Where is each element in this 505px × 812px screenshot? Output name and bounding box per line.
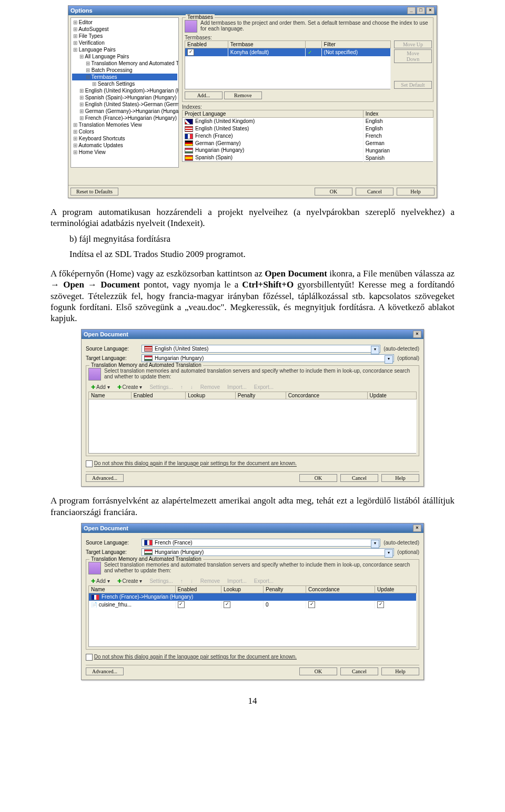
ok-button[interactable]: OK [299, 474, 337, 482]
table-row[interactable]: Spanish (Spain)Spanish [183, 154, 433, 161]
tm-toolbar: ✚ Add ▾✚ Create ▾Settings...↑↓RemoveImpo… [88, 383, 417, 392]
toolbar-button[interactable]: Export... [252, 578, 275, 584]
tm-table[interactable]: NameEnabledLookupPenaltyConcordanceUpdat… [88, 392, 417, 454]
noshow-checkbox[interactable] [86, 654, 93, 661]
tree-item[interactable]: ⊞ Language Pairs [72, 46, 177, 53]
options-tree[interactable]: ⊞ Editor⊞ AutoSuggest⊞ File Types⊞ Verif… [70, 17, 179, 168]
tm-toolbar: ✚ Add ▾✚ Create ▾Settings...↑↓RemoveImpo… [88, 577, 417, 585]
toolbar-button[interactable]: ↑ [179, 578, 185, 584]
tree-item[interactable]: ⊞ German (Germany)->Hungarian (Hungary) [72, 108, 177, 115]
toolbar-button[interactable]: Remove [199, 384, 221, 390]
target-label: Target Language: [86, 355, 138, 361]
toolbar-button[interactable]: Import... [226, 578, 248, 584]
noshow-checkbox[interactable] [86, 460, 93, 467]
tree-item[interactable]: ⊞ Translation Memories View [72, 121, 177, 128]
cancel-button[interactable]: Cancel [356, 188, 393, 196]
tree-item[interactable]: ⊞ Search Settings [72, 80, 177, 87]
indexes-label: Indexes: [182, 104, 433, 110]
ok-button[interactable]: OK [315, 188, 352, 196]
source-language-select[interactable]: French (France)▾ [142, 539, 380, 547]
tm-icon [88, 368, 101, 381]
hint-text: Add termbases to the project and order t… [200, 20, 431, 32]
close-icon[interactable]: × [413, 331, 421, 338]
source-hint: (auto-detected) [383, 346, 419, 352]
enabled-checkbox[interactable] [187, 49, 194, 56]
chevron-down-icon: ▾ [371, 540, 379, 548]
minimize-icon[interactable]: _ [407, 7, 416, 14]
table-row[interactable]: Hungarian (Hungary)Hungarian [183, 147, 433, 154]
tree-item[interactable]: ⊞ Colors [72, 128, 177, 135]
tm-icon [88, 562, 101, 574]
toolbar-button[interactable]: Remove [199, 578, 221, 584]
ok-button[interactable]: OK [299, 667, 337, 675]
target-hint: (optional) [397, 355, 419, 361]
tree-item[interactable]: ⊞ Termbases [72, 74, 177, 80]
tree-item[interactable]: ⊞ Editor [72, 19, 177, 26]
paragraph-2b: Indítsa el az SDL Trados Studio 2009 pro… [69, 249, 454, 260]
chevron-down-icon: ▾ [385, 549, 393, 558]
toolbar-button[interactable]: ✚ Add ▾ [89, 578, 112, 584]
target-language-select[interactable]: Hungarian (Hungary)▾ [142, 548, 394, 556]
tree-item[interactable]: ⊞ English (United States)->German (Germa… [72, 101, 177, 108]
termbases-table[interactable]: EnabledTermbaseFilter Konyha (default)✓(… [185, 40, 391, 89]
advanced-button[interactable]: Advanced... [86, 667, 124, 675]
toolbar-button[interactable]: Settings... [148, 384, 174, 390]
close-icon[interactable]: × [413, 525, 421, 532]
indexes-table[interactable]: Project LanguageIndexEnglish (United Kin… [182, 110, 433, 162]
toolbar-button[interactable]: Export... [252, 384, 275, 390]
toolbar-button[interactable]: ✚ Add ▾ [89, 384, 112, 390]
help-button[interactable]: Help [397, 188, 435, 196]
source-language-select[interactable]: English (United States)▾ [142, 345, 380, 353]
table-row[interactable]: French (France)French [183, 132, 433, 140]
paragraph-4: A program forrásnyelvként az alapértelme… [50, 495, 454, 518]
maximize-icon[interactable]: □ [417, 7, 425, 14]
toolbar-button[interactable]: Import... [226, 384, 248, 390]
toolbar-button[interactable]: ✚ Create ▾ [116, 384, 144, 390]
source-label: Source Language: [86, 346, 138, 352]
help-button[interactable]: Help [381, 474, 419, 482]
tree-item[interactable]: ⊞ English (United Kingdom)->Hungarian (H… [72, 87, 177, 94]
open-document-dialog-1: Open Document × Source Language: English… [81, 329, 424, 487]
page-number: 14 [0, 696, 505, 706]
paragraph-1: A program automatikusan hozzárendeli a p… [50, 207, 454, 229]
table-row[interactable]: English (United Kingdom)English [183, 118, 433, 125]
tree-item[interactable]: ⊞ Home View [72, 149, 177, 156]
tree-item[interactable]: ⊞ Batch Processing [72, 67, 177, 74]
move-up-button[interactable]: Move Up [394, 40, 432, 48]
tree-item[interactable]: ⊞ French (France)->Hungarian (Hungary) [72, 115, 177, 121]
tree-item[interactable]: ⊞ All Language Pairs [72, 53, 177, 60]
tree-item[interactable]: ⊞ Keyboard Shortcuts [72, 135, 177, 142]
titlebar[interactable]: Options _ □ × [68, 6, 437, 15]
set-default-button[interactable]: Set Default [394, 81, 432, 89]
cancel-button[interactable]: Cancel [340, 667, 378, 675]
table-row[interactable]: German (Germany)German [183, 140, 433, 147]
remove-button[interactable]: Remove [224, 91, 262, 99]
reset-button[interactable]: Reset to Defaults [70, 188, 118, 196]
close-icon[interactable]: × [426, 7, 435, 14]
toolbar-button[interactable]: ↑ [179, 384, 185, 390]
tree-item[interactable]: ⊞ Verification [72, 39, 177, 46]
title: Options [70, 7, 93, 14]
toolbar-button[interactable]: ✚ Create ▾ [116, 578, 144, 584]
cancel-button[interactable]: Cancel [340, 474, 378, 482]
tm-table[interactable]: NameEnabledLookupPenaltyConcordanceUpdat… [88, 585, 417, 647]
paragraph-3: A főképernyőn (Home) vagy az eszközsorba… [50, 268, 454, 324]
tree-item[interactable]: ⊞ File Types [72, 33, 177, 39]
add-button[interactable]: Add... [185, 91, 223, 99]
toolbar-button[interactable]: Settings... [148, 578, 174, 584]
chevron-down-icon: ▾ [385, 355, 393, 364]
help-button[interactable]: Help [381, 667, 419, 675]
toolbar-button[interactable]: ↓ [189, 384, 195, 390]
target-language-select[interactable]: Hungarian (Hungary)▾ [142, 354, 394, 362]
titlebar[interactable]: Open Document × [82, 523, 423, 533]
tree-item[interactable]: ⊞ AutoSuggest [72, 26, 177, 33]
move-down-button[interactable]: Move Down [394, 49, 432, 63]
titlebar[interactable]: Open Document × [82, 330, 423, 339]
table-row[interactable]: English (United States)English [183, 125, 433, 132]
toolbar-button[interactable]: ↓ [189, 578, 195, 584]
tree-item[interactable]: ⊞ Automatic Updates [72, 142, 177, 149]
tree-item[interactable]: ⊞ Translation Memory and Automated Tran [72, 60, 177, 67]
advanced-button[interactable]: Advanced... [86, 474, 124, 482]
tree-item[interactable]: ⊞ Spanish (Spain)->Hungarian (Hungary) [72, 94, 177, 101]
table-row[interactable]: 📄 cuisine_frhu...0 [89, 601, 417, 609]
